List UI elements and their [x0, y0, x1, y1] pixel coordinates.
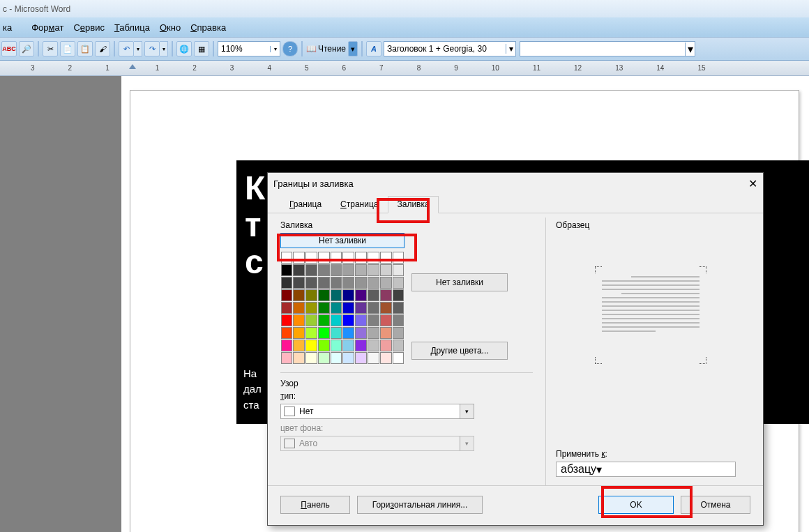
color-swatch[interactable] — [318, 252, 330, 264]
color-swatch[interactable] — [368, 314, 379, 326]
color-swatch[interactable] — [380, 289, 392, 301]
color-swatch[interactable] — [355, 264, 367, 276]
color-swatch[interactable] — [293, 352, 305, 364]
color-swatch[interactable] — [281, 252, 293, 264]
color-swatch[interactable] — [305, 314, 317, 326]
color-swatch[interactable] — [331, 264, 342, 276]
color-swatch[interactable] — [368, 327, 379, 339]
color-swatch[interactable] — [318, 289, 330, 301]
color-swatch[interactable] — [331, 352, 342, 364]
color-swatch[interactable] — [380, 277, 392, 289]
color-swatch[interactable] — [281, 289, 293, 301]
color-swatch[interactable] — [342, 340, 354, 351]
color-swatch[interactable] — [380, 327, 392, 339]
other-colors-button[interactable]: Другие цвета... — [411, 342, 508, 360]
close-icon[interactable]: ✕ — [748, 177, 757, 190]
color-swatch[interactable] — [342, 302, 354, 314]
color-swatch[interactable] — [393, 252, 404, 264]
color-swatch[interactable] — [393, 289, 404, 301]
color-swatch[interactable] — [368, 289, 379, 301]
color-swatch[interactable] — [318, 302, 330, 314]
color-swatch[interactable] — [342, 277, 354, 289]
color-swatch[interactable] — [342, 327, 354, 339]
reading-dropdown[interactable]: ▾ — [348, 41, 358, 56]
color-swatch[interactable] — [331, 340, 342, 351]
color-swatch[interactable] — [331, 327, 342, 339]
tab-page[interactable]: Страница — [331, 196, 387, 213]
menu-help[interactable]: Справка — [190, 22, 226, 33]
color-swatch[interactable] — [380, 302, 392, 314]
color-swatch[interactable] — [393, 314, 404, 326]
style-aa-icon[interactable]: A — [366, 41, 381, 56]
color-swatch[interactable] — [368, 302, 379, 314]
color-swatch[interactable] — [355, 289, 367, 301]
no-fill-button[interactable]: Нет заливки — [280, 233, 404, 248]
pattern-type-select[interactable]: Нет ▾ — [280, 404, 474, 419]
color-swatch[interactable] — [393, 302, 404, 314]
hyperlink-icon[interactable]: 🌐 — [176, 41, 192, 56]
help-icon[interactable]: ? — [282, 41, 298, 56]
cut-icon[interactable]: ✂ — [43, 41, 58, 56]
color-swatch[interactable] — [305, 289, 317, 301]
color-swatch[interactable] — [281, 340, 293, 351]
color-swatch[interactable] — [293, 252, 305, 264]
color-swatch[interactable] — [318, 264, 330, 276]
color-swatch[interactable] — [355, 352, 367, 364]
color-swatch[interactable] — [380, 314, 392, 326]
color-swatch[interactable] — [355, 314, 367, 326]
color-swatch[interactable] — [305, 264, 317, 276]
color-swatch[interactable] — [393, 277, 404, 289]
color-swatch[interactable] — [305, 352, 317, 364]
color-swatch[interactable] — [355, 252, 367, 264]
apply-to-select[interactable]: абзацу ▾ — [556, 462, 736, 477]
color-swatch[interactable] — [380, 264, 392, 276]
color-swatch[interactable] — [281, 302, 293, 314]
color-swatch[interactable] — [393, 340, 404, 351]
menu-service[interactable]: Сервис — [73, 22, 105, 33]
color-swatch[interactable] — [281, 277, 293, 289]
table-icon[interactable]: ▦ — [194, 41, 209, 56]
color-swatch[interactable] — [281, 327, 293, 339]
paste-icon[interactable]: 📋 — [77, 41, 93, 56]
color-swatch[interactable] — [393, 327, 404, 339]
color-swatch[interactable] — [368, 352, 379, 364]
spellcheck-icon[interactable]: ABC — [1, 41, 17, 56]
color-swatch[interactable] — [318, 340, 330, 351]
reading-view-button[interactable]: 📖 Чтение — [306, 44, 346, 54]
tab-fill[interactable]: Заливка — [388, 196, 438, 213]
font-select[interactable]: ▾ — [520, 41, 695, 56]
color-swatch[interactable] — [318, 314, 330, 326]
color-swatch[interactable] — [331, 302, 342, 314]
color-swatch[interactable] — [305, 340, 317, 351]
copy-icon[interactable]: 📄 — [60, 41, 75, 56]
color-swatch[interactable] — [342, 264, 354, 276]
panel-button[interactable]: Панель — [280, 496, 350, 514]
color-swatch[interactable] — [305, 252, 317, 264]
cancel-button[interactable]: Отмена — [681, 496, 750, 514]
color-swatch[interactable] — [368, 277, 379, 289]
color-swatch[interactable] — [305, 277, 317, 289]
color-swatch[interactable] — [355, 277, 367, 289]
color-swatch[interactable] — [380, 252, 392, 264]
color-swatch[interactable] — [305, 302, 317, 314]
color-swatch[interactable] — [293, 302, 305, 314]
menu-item[interactable]: ка — [3, 22, 22, 33]
color-swatch[interactable] — [380, 340, 392, 351]
ok-button[interactable]: OK — [598, 496, 674, 514]
color-swatch[interactable] — [368, 264, 379, 276]
menu-window[interactable]: Окно — [160, 22, 181, 33]
color-swatch[interactable] — [331, 314, 342, 326]
color-swatch[interactable] — [318, 352, 330, 364]
color-swatch[interactable] — [393, 264, 404, 276]
color-swatch[interactable] — [281, 314, 293, 326]
color-swatch[interactable] — [393, 352, 404, 364]
color-palette[interactable] — [280, 251, 404, 364]
menu-format[interactable]: Формат — [31, 22, 63, 33]
color-swatch[interactable] — [293, 264, 305, 276]
color-swatch[interactable] — [293, 340, 305, 351]
color-swatch[interactable] — [342, 314, 354, 326]
color-swatch[interactable] — [342, 289, 354, 301]
color-swatch[interactable] — [342, 252, 354, 264]
horizontal-line-button[interactable]: Горизонтальная линия... — [357, 496, 483, 514]
color-swatch[interactable] — [293, 289, 305, 301]
